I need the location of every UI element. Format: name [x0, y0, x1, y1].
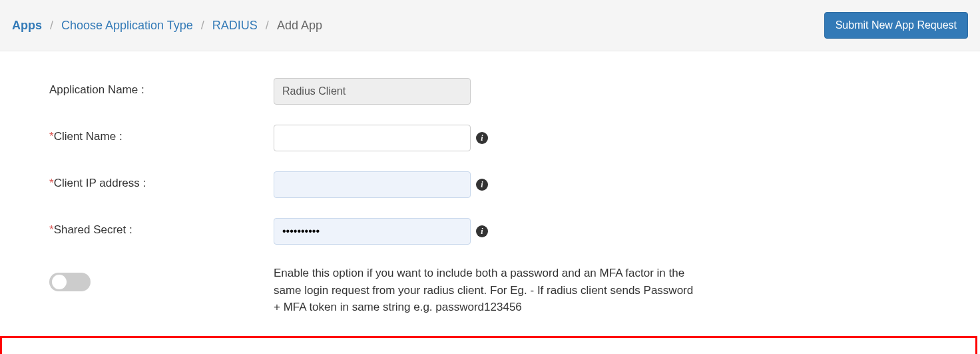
mfa-toggle-description: Enable this option if you want to includ… — [274, 265, 700, 316]
required-asterisk: * — [49, 177, 54, 189]
breadcrumb-apps[interactable]: Apps — [12, 19, 42, 33]
shared-secret-input[interactable] — [274, 218, 471, 245]
row-client-name: *Client Name : i — [49, 125, 980, 151]
application-name-input — [274, 78, 471, 105]
info-icon[interactable]: i — [476, 132, 488, 144]
client-ip-label: Client IP address : — [54, 177, 146, 189]
breadcrumb: Apps / Choose Application Type / RADIUS … — [12, 19, 322, 33]
row-send-groups-highlighted: Enable this option if you want to Send G… — [0, 336, 977, 355]
info-icon[interactable]: i — [476, 225, 488, 237]
page-header: Apps / Choose Application Type / RADIUS … — [0, 0, 980, 51]
row-application-name: Application Name : — [49, 78, 980, 105]
required-asterisk: * — [49, 130, 54, 143]
client-ip-input[interactable] — [274, 171, 471, 198]
form-area: Application Name : *Client Name : i *Cli… — [0, 51, 980, 354]
required-asterisk: * — [49, 223, 54, 236]
breadcrumb-radius[interactable]: RADIUS — [212, 19, 258, 33]
client-name-label: Client Name : — [54, 130, 122, 143]
row-mfa-toggle: Enable this option if you want to includ… — [49, 265, 980, 316]
shared-secret-label: Shared Secret : — [54, 223, 132, 236]
breadcrumb-sep: / — [50, 19, 53, 33]
breadcrumb-sep: / — [266, 19, 269, 33]
breadcrumb-current: Add App — [277, 19, 322, 33]
toggle-knob — [52, 275, 67, 289]
application-name-label: Application Name : — [49, 78, 274, 97]
submit-new-app-request-button[interactable]: Submit New App Request — [824, 12, 968, 39]
breadcrumb-choose-type[interactable]: Choose Application Type — [61, 19, 193, 33]
client-name-input[interactable] — [274, 125, 471, 151]
row-client-ip: *Client IP address : i — [49, 171, 980, 198]
mfa-password-toggle[interactable] — [49, 273, 91, 291]
breadcrumb-sep: / — [201, 19, 204, 33]
info-icon[interactable]: i — [476, 179, 488, 191]
row-shared-secret: *Shared Secret : i — [49, 218, 980, 245]
